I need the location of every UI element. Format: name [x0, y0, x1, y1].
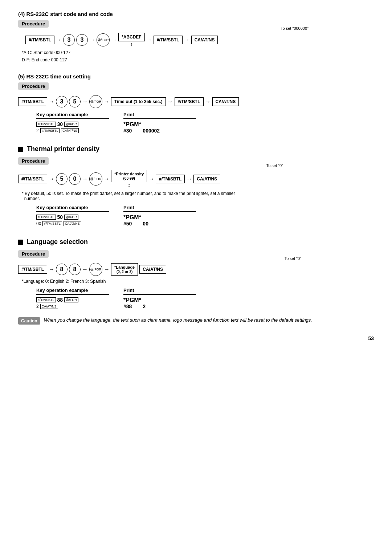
key-box-for-3: @/FOR	[64, 297, 78, 302]
black-square-thermal	[18, 147, 23, 152]
section-thermal-density: Thermal printer density Procedure To set…	[18, 145, 374, 227]
flow-circle-8b: 8	[69, 264, 81, 275]
section-rs232c-timeout-title: (5) RS-232C time out setting	[18, 73, 374, 80]
arrow-1: →	[56, 37, 62, 43]
key-print-table-3: Key operation example #/TM/SBTL 88 @/FOR…	[36, 288, 374, 310]
procedure-badge-2: Procedure	[18, 82, 49, 90]
caution-badge: Caution	[18, 317, 40, 325]
flow-caatns-3: CA/AT/NS	[193, 175, 220, 183]
procedure-badge-3: Procedure	[18, 157, 49, 165]
arrow-12: →	[82, 176, 88, 182]
section-rs232c-timeout: (5) RS-232C time out setting Procedure #…	[18, 73, 374, 134]
key-box-tmstbl-4: #/TM/SBTL	[42, 221, 62, 226]
language-title: Language selection	[27, 238, 88, 246]
caution-text: When you change the language, the text s…	[44, 317, 312, 323]
procedure-badge-1: Procedure	[18, 20, 49, 28]
print-col-2: Print *PGM* #50 00	[123, 205, 196, 227]
to-set-label-3: To set "0"	[285, 256, 301, 261]
arrow-13: →	[104, 176, 110, 182]
arrow-17: →	[82, 266, 88, 273]
flow-row-2: #/TM/SBTL → 3 5 → @/FOR → Time out (1 to…	[18, 95, 374, 108]
print-num-3: #88	[123, 304, 132, 309]
flow-language: *Language(0, 2 or 3)	[111, 263, 138, 276]
print-pgm-1: *PGM*	[123, 121, 196, 128]
key-num-00: 00	[36, 221, 41, 226]
print-row-2: #50 00	[123, 221, 196, 227]
arrow-6: →	[49, 98, 54, 105]
key-op-row-2a: #/TM/SBTL 50 @/FOR	[36, 214, 109, 220]
flow-tmstbl-4: #/TM/SBTL	[175, 97, 204, 106]
section-rs232c-start-end: (4) RS-232C start code and end code Proc…	[18, 11, 374, 62]
print-val-2: 00	[143, 221, 148, 227]
flow-tmstbl-7: #/TM/SBTL	[18, 265, 47, 274]
flow-printer-density: *Printer density(00-99)	[111, 170, 147, 182]
print-num-1: #30	[123, 128, 132, 134]
down-arrow-1: ↕	[130, 41, 133, 47]
key-op-header-1: Key operation example	[36, 112, 109, 119]
flow-caatns-1: CA/AT/NS	[191, 36, 218, 44]
thermal-title: Thermal printer density	[27, 145, 99, 153]
caution-box: Caution When you change the language, th…	[18, 317, 374, 325]
flow-timeout: Time out (1 to 255 sec.)	[111, 97, 166, 106]
to-set-label-1: To set "000000"	[281, 26, 309, 30]
print-header-2: Print	[123, 205, 196, 212]
key-num-88: 88	[57, 297, 63, 303]
flow-circle-5a: 5	[69, 96, 81, 107]
key-op-row-2b: 00 #/TM/SBTL CA/AT/NS	[36, 221, 109, 226]
key-op-col-2: Key operation example #/TM/SBTL 50 @/FOR…	[36, 205, 109, 227]
print-pgm-2: *PGM*	[123, 214, 196, 221]
arrow-10: →	[205, 98, 211, 105]
note-1b: D-F: End code 000-127	[22, 57, 374, 62]
flow-tmstbl-5: #/TM/SBTL	[18, 175, 47, 183]
key-num-2b: 2	[36, 304, 39, 309]
print-header-3: Print	[123, 288, 196, 295]
key-op-header-3: Key operation example	[36, 288, 109, 295]
arrow-8: →	[104, 98, 110, 105]
flow-circle-8a: 8	[56, 264, 68, 275]
flow-for-3: @/FOR	[89, 172, 102, 186]
flow-tmstbl-2: #/TM/SBTL	[154, 36, 183, 44]
key-op-row-1a: #/TM/SBTL 30 @/FOR	[36, 121, 109, 127]
arrow-18: →	[104, 266, 110, 273]
key-box-caatns-2: CA/AT/NS	[64, 221, 81, 226]
thermal-note: * By default, 50 is set. To make the pri…	[22, 191, 374, 201]
flow-for-2: @/FOR	[89, 95, 102, 108]
flow-circle-0: 0	[69, 173, 81, 185]
flow-row-3: #/TM/SBTL → 5 0 → @/FOR → *Printer densi…	[18, 170, 374, 188]
language-title-bar: Language selection	[18, 238, 374, 246]
flow-row-4: #/TM/SBTL → 8 8 → @/FOR → *Language(0, 2…	[18, 263, 374, 276]
flow-circle-5b: 5	[56, 173, 68, 185]
black-square-language	[18, 240, 23, 245]
flow-circle-3c: 3	[56, 96, 68, 107]
print-header-1: Print	[123, 112, 196, 119]
note-1a: *A-C: Start code 000-127	[22, 50, 374, 55]
arrow-5: →	[184, 37, 190, 43]
key-box-tmstbl-2: #/TM/SBTL	[40, 128, 60, 133]
print-num-2: #50	[123, 221, 132, 227]
flow-circle-3b: 3	[76, 34, 88, 46]
arrow-14: →	[148, 176, 154, 182]
arrow-9: →	[167, 98, 173, 105]
key-box-tmstbl-1: #/TM/SBTL	[36, 122, 56, 127]
key-num-30: 30	[57, 121, 63, 127]
down-arrow-2: ↕	[128, 182, 130, 188]
key-box-for-2: @/FOR	[64, 215, 78, 220]
flow-tmstbl-6: #/TM/SBTL	[156, 175, 185, 183]
key-op-col-1: Key operation example #/TM/SBTL 30 @/FOR…	[36, 112, 109, 134]
arrow-2: →	[89, 37, 95, 43]
flow-tmstbl-3: #/TM/SBTL	[18, 97, 47, 106]
key-op-row-1b: 2 #/TM/SBTL CA/AT/NS	[36, 128, 109, 133]
arrow-15: →	[186, 176, 192, 182]
print-col-3: Print *PGM* #88 2	[123, 288, 196, 310]
thermal-title-bar: Thermal printer density	[18, 145, 374, 153]
procedure-badge-4: Procedure	[18, 250, 49, 258]
key-print-table-1: Key operation example #/TM/SBTL 30 @/FOR…	[36, 112, 374, 134]
flow-row-1: #/TM/SBTL → 3 3 → @/FOR → *ABCDEF ↕ → #/…	[25, 33, 374, 47]
key-box-for-1: @/FOR	[64, 122, 78, 127]
print-row-3: #88 2	[123, 304, 196, 309]
flow-caatns-2: CA/AT/NS	[212, 97, 239, 106]
language-note: *Language: 0: English 2: French 3: Spani…	[22, 279, 374, 284]
key-box-tmstbl-3: #/TM/SBTL	[36, 215, 56, 220]
print-val-3: 2	[143, 304, 146, 309]
key-op-row-3b: 2 CA/AT/NS	[36, 304, 109, 309]
